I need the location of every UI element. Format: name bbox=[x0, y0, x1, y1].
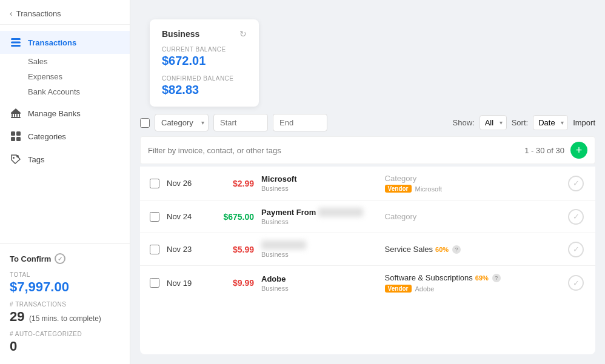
row-checkbox[interactable] bbox=[150, 212, 159, 222]
tx-confirm: ✓ bbox=[566, 275, 586, 291]
vendor-name: Adobe bbox=[415, 285, 435, 293]
merchant-blurred: ████████ bbox=[261, 240, 306, 250]
merchant-name: ████████ bbox=[261, 240, 378, 250]
confirmed-balance-label: CONFIRMED BALANCE bbox=[162, 75, 247, 82]
svg-rect-10 bbox=[11, 131, 15, 136]
tx-merchant: Adobe Business bbox=[261, 274, 378, 292]
category-detail: Vendor Microsoft bbox=[385, 185, 559, 193]
bank-icon bbox=[10, 107, 22, 119]
confirm-button[interactable]: ✓ bbox=[568, 209, 584, 225]
select-all-checkbox[interactable] bbox=[140, 118, 150, 128]
transactions-table: Nov 26 $2.99 Microsoft Business Category… bbox=[140, 167, 595, 354]
sidebar-item-tags[interactable]: Tags bbox=[0, 148, 130, 171]
confirm-check-icon: ✓ bbox=[55, 253, 65, 264]
transactions-label: # TRANSACTIONS bbox=[10, 301, 120, 308]
svg-rect-8 bbox=[11, 117, 21, 118]
confirm-button[interactable]: ✓ bbox=[568, 275, 584, 291]
merchant-sub: Business bbox=[261, 285, 378, 292]
confirmed-balance: $82.83 bbox=[162, 83, 247, 97]
table-row: Nov 24 $675.00 Payment From ████████ Bus… bbox=[140, 200, 595, 233]
sidebar-item-expenses[interactable]: Expenses bbox=[28, 69, 130, 84]
sidebar-item-sales[interactable]: Sales bbox=[28, 54, 130, 69]
sort-label: Sort: bbox=[512, 118, 528, 127]
info-icon[interactable]: ? bbox=[492, 274, 501, 282]
category-label: Category bbox=[385, 212, 559, 221]
svg-point-15 bbox=[13, 157, 15, 159]
pagination-label: 1 - 30 of 30 bbox=[524, 146, 564, 155]
svg-rect-11 bbox=[16, 131, 21, 136]
merchant-blurred: ████████ bbox=[318, 208, 363, 217]
auto-label: # AUTO-CATEGORIZED bbox=[10, 331, 120, 337]
sort-select-wrapper: Date ▾ bbox=[533, 115, 568, 130]
toolbar: Category ▾ Show: All ▾ Sort: Date ▾ Impo… bbox=[130, 107, 605, 136]
tx-date: Nov 26 bbox=[167, 179, 203, 188]
category-row: Service Sales 60% ? bbox=[385, 245, 559, 254]
total-value: $7,997.00 bbox=[10, 279, 120, 295]
confirm-button[interactable]: ✓ bbox=[568, 242, 584, 257]
category-select[interactable]: Category bbox=[155, 114, 209, 131]
category-detail: Vendor Adobe bbox=[385, 285, 559, 293]
svg-rect-1 bbox=[11, 42, 21, 44]
filter-input[interactable] bbox=[148, 146, 524, 155]
sidebar-subnav: Sales Expenses Bank Accounts bbox=[0, 54, 130, 102]
account-card-area: Business ↻ CURRENT BALANCE $672.01 CONFI… bbox=[130, 0, 605, 107]
category-select-wrapper: Category ▾ bbox=[155, 114, 209, 131]
tx-category: Service Sales 60% ? bbox=[385, 245, 559, 254]
import-button[interactable]: Import bbox=[573, 118, 595, 127]
auto-value: 0 bbox=[10, 339, 120, 354]
to-confirm-label: To Confirm bbox=[10, 254, 51, 263]
table-row: Nov 26 $2.99 Microsoft Business Category… bbox=[140, 167, 595, 200]
svg-rect-0 bbox=[11, 38, 21, 40]
current-balance-label: CURRENT BALANCE bbox=[162, 46, 247, 53]
chevron-left-icon: ‹ bbox=[10, 8, 13, 18]
show-select[interactable]: All bbox=[480, 115, 507, 130]
sidebar-item-bank-accounts[interactable]: Bank Accounts bbox=[28, 84, 130, 99]
merchant-name: Adobe bbox=[261, 274, 378, 283]
row-checkbox[interactable] bbox=[150, 179, 159, 188]
tx-date: Nov 23 bbox=[167, 245, 203, 254]
categories-label: Categories bbox=[28, 132, 66, 141]
filter-bar: 1 - 30 of 30 + bbox=[140, 136, 595, 164]
tx-amount: $9.99 bbox=[210, 278, 254, 288]
tx-category: Software & Subscriptions 69% ? Vendor Ad… bbox=[385, 273, 559, 293]
category-name: Software & Subscriptions bbox=[385, 273, 473, 282]
sidebar-item-manage-banks[interactable]: Manage Banks bbox=[0, 102, 130, 125]
start-date-input[interactable] bbox=[213, 114, 268, 131]
merchant-sub: Business bbox=[261, 251, 378, 258]
end-date-input[interactable] bbox=[273, 114, 327, 131]
sidebar-item-categories[interactable]: Categories bbox=[0, 125, 130, 148]
table-row: Nov 23 $5.99 ████████ Business Service S… bbox=[140, 233, 595, 266]
list-icon bbox=[10, 36, 22, 48]
sidebar-item-transactions[interactable]: Transactions bbox=[0, 31, 130, 54]
info-icon[interactable]: ? bbox=[452, 245, 461, 254]
filter-bar-wrapper: 1 - 30 of 30 + bbox=[130, 136, 605, 167]
refresh-icon[interactable]: ↻ bbox=[239, 29, 247, 39]
pct-badge: 60% bbox=[435, 246, 449, 253]
sort-select[interactable]: Date bbox=[533, 115, 568, 130]
to-confirm-panel: To Confirm ✓ TOTAL $7,997.00 # TRANSACTI… bbox=[0, 243, 130, 364]
current-balance: $672.01 bbox=[162, 54, 247, 68]
svg-rect-13 bbox=[16, 137, 21, 141]
svg-rect-3 bbox=[11, 113, 21, 114]
sidebar: ‹ Transactions Transactions Sales Expens… bbox=[0, 0, 130, 364]
svg-rect-12 bbox=[11, 137, 15, 141]
row-checkbox[interactable] bbox=[150, 245, 159, 254]
tx-amount: $675.00 bbox=[210, 212, 254, 222]
add-button[interactable]: + bbox=[570, 142, 587, 159]
tx-confirm: ✓ bbox=[566, 176, 586, 191]
transactions-sub: (15 mins. to complete) bbox=[29, 314, 101, 323]
back-label: Transactions bbox=[16, 9, 61, 18]
account-name: Business bbox=[162, 29, 199, 39]
tx-category: Category bbox=[385, 212, 559, 221]
show-select-wrapper: All ▾ bbox=[480, 115, 507, 130]
svg-rect-5 bbox=[14, 114, 15, 117]
row-checkbox[interactable] bbox=[150, 278, 159, 288]
confirm-button[interactable]: ✓ bbox=[568, 176, 584, 191]
transactions-count: 29 (15 mins. to complete) bbox=[10, 309, 120, 325]
tx-amount: $5.99 bbox=[210, 245, 254, 254]
transactions-label: Transactions bbox=[28, 38, 76, 47]
svg-rect-4 bbox=[12, 114, 13, 117]
tx-merchant: Microsoft Business bbox=[261, 174, 378, 192]
back-button[interactable]: ‹ Transactions bbox=[0, 0, 130, 25]
vendor-badge: Vendor bbox=[385, 185, 412, 193]
